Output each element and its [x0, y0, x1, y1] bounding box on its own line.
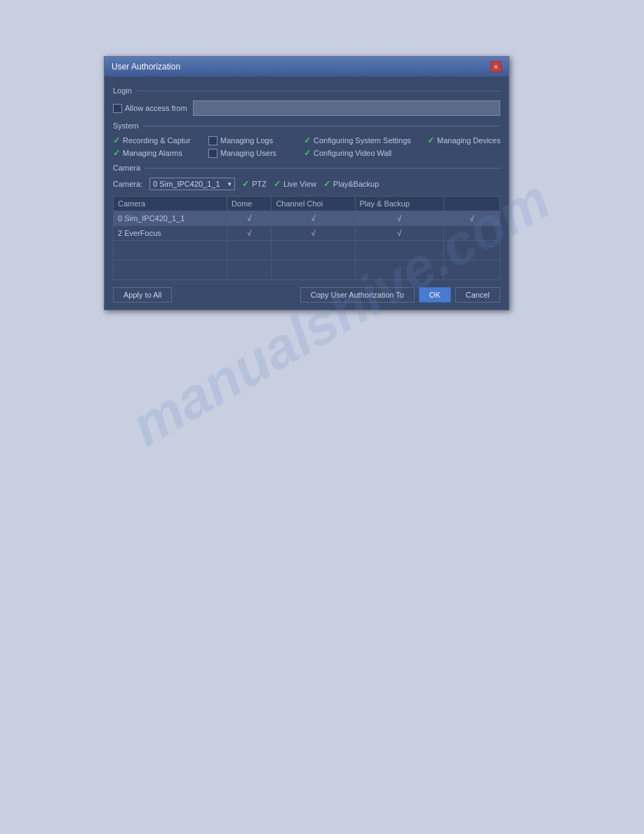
- check-icon-configuring-system: ✓: [304, 135, 311, 145]
- sys-label-configuring-system: Configuring System Settings: [314, 136, 411, 145]
- col-header-play-backup: Play & Backup: [355, 197, 443, 211]
- sys-label-configuring-video: Configuring Video Wall: [314, 149, 391, 157]
- sys-row-1: ✓ Recording & Captur Managing Logs ✓ Con…: [113, 135, 500, 145]
- allow-access-input[interactable]: [193, 100, 500, 116]
- dialog-body: Login Allow access from System ✓ Recordi…: [105, 77, 509, 310]
- table-row-empty: [114, 241, 500, 260]
- user-authorization-dialog: User Authorization × Login Allow access …: [104, 56, 509, 310]
- extra-cell-1: [444, 226, 500, 241]
- ok-button[interactable]: OK: [419, 287, 451, 303]
- sys-item-managing-devices: ✓ Managing Devices: [427, 135, 518, 145]
- camera-name-cell-1: 2 EverFocus: [114, 226, 227, 241]
- login-section-header: Login: [113, 86, 500, 95]
- sys-item-configuring-system: ✓ Configuring System Settings: [304, 135, 423, 145]
- ptz-option: ✓ PTZ: [242, 179, 267, 189]
- system-grid: ✓ Recording & Captur Managing Logs ✓ Con…: [113, 135, 500, 158]
- play-backup-cell-0: √: [355, 211, 443, 226]
- dialog-titlebar: User Authorization ×: [105, 57, 509, 77]
- col-header-camera: Camera: [114, 197, 227, 211]
- live-view-label: Live View: [283, 180, 316, 188]
- play-backup-cell-1: √: [355, 226, 443, 241]
- camera-section-header: Camera: [113, 164, 500, 172]
- system-section-header: System: [113, 121, 500, 130]
- sys-label-managing-logs: Managing Logs: [220, 136, 273, 145]
- live-view-option: ✓ Live View: [274, 179, 316, 189]
- check-icon-configuring-video: ✓: [304, 148, 311, 158]
- col-header-extra: [444, 197, 500, 211]
- camera-select-wrapper: 0 Sim_IPC420_1_1: [149, 178, 235, 190]
- sys-label-recording: Recording & Captur: [123, 136, 191, 145]
- camera-name-cell: 0 Sim_IPC420_1_1: [114, 211, 227, 226]
- cancel-button[interactable]: Cancel: [455, 287, 500, 303]
- sys-label-managing-devices: Managing Devices: [437, 136, 501, 145]
- play-backup-label: Play&Backup: [333, 180, 379, 188]
- table-row-empty2: [114, 260, 500, 280]
- sys-item-configuring-video: ✓ Configuring Video Wall: [304, 148, 423, 158]
- checkbox-managing-users[interactable]: [208, 149, 217, 158]
- check-icon-ptz: ✓: [242, 179, 249, 189]
- camera-label: Camera:: [113, 180, 142, 188]
- ptz-label: PTZ: [252, 180, 267, 188]
- allow-access-checkbox-label[interactable]: Allow access from: [113, 104, 187, 113]
- camera-table: Camera Dome Channel Choi Play & Backup 0…: [113, 196, 500, 280]
- dialog-title: User Authorization: [112, 62, 180, 72]
- extra-cell-0: √: [444, 211, 500, 226]
- table-row[interactable]: 2 EverFocus √ √ √: [114, 226, 500, 241]
- dome-cell-1: √: [227, 226, 271, 241]
- btn-group-right: Copy User Authorization To OK Cancel: [300, 287, 500, 303]
- sys-item-managing-logs: Managing Logs: [208, 135, 300, 145]
- camera-selector-row: Camera: 0 Sim_IPC420_1_1 ✓ PTZ ✓ Live Vi…: [113, 178, 500, 190]
- copy-auth-button[interactable]: Copy User Authorization To: [300, 287, 415, 303]
- check-icon-recording: ✓: [113, 135, 120, 145]
- play-backup-option: ✓ Play&Backup: [323, 179, 379, 189]
- sys-label-managing-users: Managing Users: [220, 149, 276, 157]
- sys-label-managing-alarms: Managing Alarms: [123, 149, 182, 157]
- dome-cell-0: √: [227, 211, 271, 226]
- col-header-dome: Dome: [227, 197, 271, 211]
- allow-access-checkbox[interactable]: [113, 104, 122, 113]
- check-icon-managing-alarms: ✓: [113, 148, 120, 158]
- col-header-channel: Channel Choi: [271, 197, 355, 211]
- sys-item-recording: ✓ Recording & Captur: [113, 135, 204, 145]
- sys-item-managing-users: Managing Users: [208, 148, 300, 158]
- check-icon-managing-devices: ✓: [427, 135, 434, 145]
- table-row[interactable]: 0 Sim_IPC420_1_1 √ √ √ √: [114, 211, 500, 226]
- checkbox-managing-logs[interactable]: [208, 136, 217, 145]
- buttons-row: Apply to All Copy User Authorization To …: [113, 287, 500, 303]
- check-icon-play-backup: ✓: [323, 179, 330, 189]
- close-button[interactable]: ×: [490, 61, 502, 72]
- channel-cell-0: √: [271, 211, 355, 226]
- camera-select[interactable]: 0 Sim_IPC420_1_1: [149, 178, 235, 190]
- apply-all-button[interactable]: Apply to All: [113, 287, 172, 303]
- check-icon-live-view: ✓: [274, 179, 281, 189]
- sys-item-managing-alarms: ✓ Managing Alarms: [113, 148, 204, 158]
- allow-access-label: Allow access from: [125, 104, 187, 112]
- channel-cell-1: √: [271, 226, 355, 241]
- login-row: Allow access from: [113, 100, 500, 116]
- sys-row-2: ✓ Managing Alarms Managing Users ✓ Confi…: [113, 148, 500, 158]
